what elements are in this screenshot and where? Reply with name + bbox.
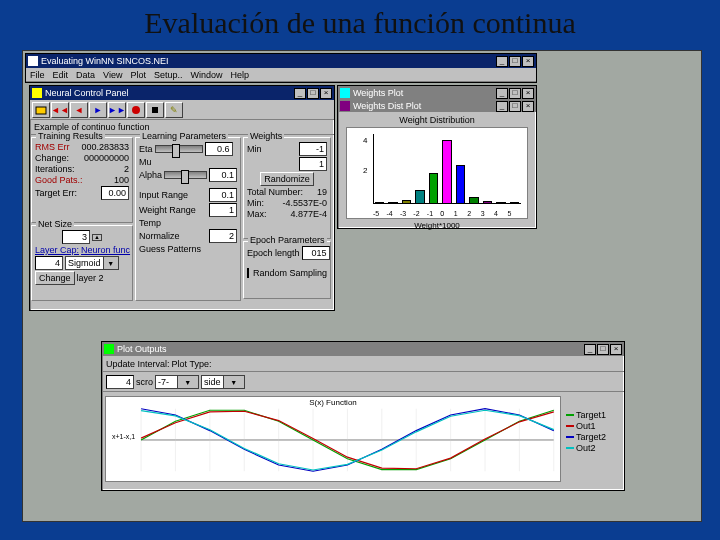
plot-type-combo[interactable]: -7-▼ (155, 375, 199, 389)
mu-label: Mu (139, 157, 152, 167)
netsize-up[interactable]: ▲ (92, 234, 102, 241)
toolbar-note-button[interactable]: ✎ (165, 102, 183, 118)
neuronfunc-label[interactable]: Neuron func (81, 245, 130, 255)
min2-value: -4.5537E-0 (282, 198, 327, 208)
weights-subicon (340, 101, 350, 111)
iterations-value: 2 (124, 164, 129, 174)
plot-icon (104, 344, 114, 354)
weight-bar-chart: 4 2 -5-4-3-2-1012345 (346, 127, 528, 219)
epoch-len-input[interactable] (302, 246, 330, 260)
ncp-minimize-button[interactable]: _ (294, 88, 306, 99)
weights-plot-window: Weights Plot _ □ × Weights Dist Plot _ □… (337, 85, 537, 229)
plot-titlebar[interactable]: Plot Outputs _ □ × (102, 342, 624, 356)
epoch-group: Epoch Parameters Epoch length Random Sam… (243, 241, 331, 299)
po-maximize-button[interactable]: □ (597, 344, 609, 355)
alpha-label: Alpha (139, 170, 162, 180)
legend-out1: Out1 (576, 421, 596, 431)
menu-window[interactable]: Window (190, 70, 222, 80)
toolbar-back-button[interactable]: ◄ (70, 102, 88, 118)
svg-rect-2 (152, 107, 158, 113)
toolbar-open-button[interactable] (32, 102, 50, 118)
menu-edit[interactable]: Edit (53, 70, 69, 80)
line-xlabel: x+1-x,1 (112, 433, 135, 440)
minimize-button[interactable]: _ (496, 56, 508, 67)
epoch-legend: Epoch Parameters (248, 235, 327, 245)
menu-help[interactable]: Help (230, 70, 249, 80)
rms-label: RMS Err (35, 142, 70, 152)
ncp-close-button[interactable]: × (320, 88, 332, 99)
layercap-label[interactable]: Layer Cap: (35, 245, 79, 255)
legend-target2: Target2 (576, 432, 606, 442)
menu-file[interactable]: File (30, 70, 45, 80)
maximize-button[interactable]: □ (509, 56, 521, 67)
weights-subtitlebar[interactable]: Weights Dist Plot _ □ × (338, 100, 536, 112)
alpha-slider[interactable] (164, 171, 207, 179)
eta-input[interactable] (205, 142, 233, 156)
menu-view[interactable]: View (103, 70, 122, 80)
total-value: 19 (317, 187, 327, 197)
targeterr-input[interactable] (101, 186, 129, 200)
po-close-button[interactable]: × (610, 344, 622, 355)
app-window: Evaluating WinNN SINCOS.NEI _ □ × File E… (25, 53, 537, 83)
menu-data[interactable]: Data (76, 70, 95, 80)
close-button[interactable]: × (522, 56, 534, 67)
toolbar-stop-button[interactable] (146, 102, 164, 118)
weights-min-label: Min (247, 144, 262, 154)
randomize-button[interactable]: Randomize (260, 172, 314, 186)
control-panel-titlebar[interactable]: Neural Control Panel _ □ × (30, 86, 334, 100)
netsize-input[interactable] (62, 230, 90, 244)
line-plot: S(x) Function x+1-x,1 (105, 396, 561, 482)
line-legend: Target1 Out1 Target2 Out2 (564, 393, 624, 485)
iterations-label: Iterations: (35, 164, 75, 174)
line-chart-title: S(x) Function (106, 398, 560, 407)
wps-minimize-button[interactable]: _ (496, 101, 508, 112)
plot-type-label: Plot Type: (172, 359, 212, 369)
scroll-label: scro (136, 377, 153, 387)
toolbar-record-button[interactable] (127, 102, 145, 118)
total-label: Total Number: (247, 187, 303, 197)
targeterr-label: Target Err: (35, 188, 77, 198)
weights-max-input[interactable] (299, 157, 327, 171)
weights-titlebar[interactable]: Weights Plot _ □ × (338, 86, 536, 100)
svg-point-1 (132, 106, 140, 114)
wp-minimize-button[interactable]: _ (496, 88, 508, 99)
max2-label: Max: (247, 209, 267, 219)
epoch-len-label: Epoch length (247, 248, 300, 258)
weightrange-input[interactable] (209, 203, 237, 217)
toolbar-ffwd-button[interactable]: ►► (108, 102, 126, 118)
normalize-input[interactable] (209, 229, 237, 243)
alpha-input[interactable] (209, 168, 237, 182)
menu-setup[interactable]: Setup.. (154, 70, 183, 80)
wps-maximize-button[interactable]: □ (509, 101, 521, 112)
toolbar-prev-button[interactable]: ◄◄ (51, 102, 69, 118)
chevron-down-icon: ▼ (177, 376, 199, 388)
wp-maximize-button[interactable]: □ (509, 88, 521, 99)
ncp-maximize-button[interactable]: □ (307, 88, 319, 99)
ncp-icon (32, 88, 42, 98)
menu-plot[interactable]: Plot (130, 70, 146, 80)
weight-chart-xlabel: Weight*1000 (342, 221, 532, 230)
eta-slider[interactable] (155, 145, 203, 153)
goodpats-value: 100 (114, 175, 129, 185)
po-minimize-button[interactable]: _ (584, 344, 596, 355)
weightrange-label: Weight Range (139, 205, 196, 215)
min2-label: Min: (247, 198, 264, 208)
chevron-down-icon: ▼ (223, 376, 244, 388)
change-button[interactable]: Change (35, 271, 75, 285)
learning-params-group: Learning Parameters Eta Mu Alpha Input R… (135, 137, 241, 301)
update-interval-input[interactable] (106, 375, 134, 389)
plot-side-combo[interactable]: side▼ (201, 375, 245, 389)
wps-close-button[interactable]: × (522, 101, 534, 112)
inputrange-input[interactable] (209, 188, 237, 202)
max2-value: 4.877E-4 (290, 209, 327, 219)
app-titlebar[interactable]: Evaluating WinNN SINCOS.NEI _ □ × (26, 54, 536, 68)
neuronfunc-combo[interactable]: Sigmoid▼ (65, 256, 119, 270)
guess-label: Guess Patterns (139, 244, 201, 254)
change-label: Change: (35, 153, 69, 163)
random-sampling-checkbox[interactable] (247, 268, 249, 278)
weights-min-input[interactable] (299, 142, 327, 156)
wp-close-button[interactable]: × (522, 88, 534, 99)
layercap-input[interactable] (35, 256, 63, 270)
learning-params-legend: Learning Parameters (140, 131, 228, 141)
toolbar-fwd-button[interactable]: ► (89, 102, 107, 118)
